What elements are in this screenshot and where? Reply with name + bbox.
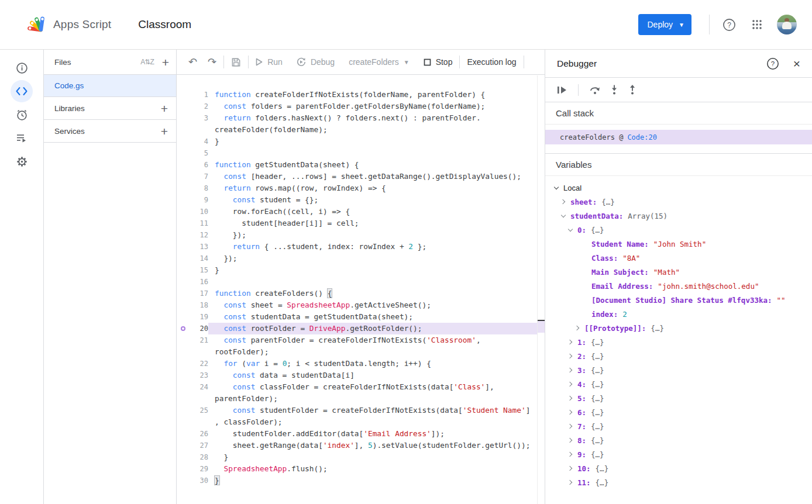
code-line-30[interactable]: 30} — [177, 475, 545, 486]
code-line-12[interactable]: 12 }); — [177, 229, 545, 241]
frame-location-link[interactable]: Code:20 — [627, 133, 657, 141]
line-gutter[interactable]: 26 — [177, 428, 208, 440]
variable-row[interactable]: [[Prototype]]:{…} — [545, 321, 812, 335]
line-gutter[interactable]: 19 — [177, 311, 208, 323]
code-line-5[interactable]: 5 — [177, 147, 545, 159]
line-gutter[interactable]: 25 — [177, 405, 208, 416]
deploy-button[interactable]: Deploy ▼ — [638, 14, 692, 35]
chevron-right-icon[interactable] — [567, 381, 574, 387]
variable-row[interactable]: 8:{…} — [545, 433, 812, 447]
code-line-11[interactable]: 11 student[header[i]] = cell; — [177, 218, 545, 229]
variable-row[interactable]: 10:{…} — [545, 461, 812, 475]
editor-icon[interactable] — [11, 80, 33, 102]
variable-row[interactable]: studentData:Array(15) — [545, 209, 812, 223]
execution-log-button[interactable]: Execution log — [467, 57, 516, 67]
line-gutter[interactable]: 8 — [177, 182, 208, 194]
chevron-right-icon[interactable] — [567, 395, 574, 401]
apps-grid-icon[interactable] — [751, 19, 763, 30]
line-gutter[interactable]: 30 — [177, 475, 208, 486]
line-gutter[interactable]: 7 — [177, 171, 208, 182]
variable-row[interactable]: 4:{…} — [545, 377, 812, 391]
code-line-14[interactable]: 14 }); — [177, 253, 545, 264]
code-line-17[interactable]: 17function createFolders() { — [177, 288, 545, 299]
chevron-right-icon[interactable] — [567, 339, 574, 345]
call-stack-frame[interactable]: createFolders @ Code:20 — [545, 130, 812, 144]
code-line-19[interactable]: 19 const studentData = getStudentData(sh… — [177, 311, 545, 323]
line-gutter[interactable]: 20 — [177, 323, 208, 334]
function-selector[interactable]: createFolders ▼ — [349, 57, 410, 67]
variable-row[interactable]: sheet:{…} — [545, 195, 812, 209]
editor-scrollbar[interactable] — [537, 75, 545, 504]
line-gutter[interactable]: 27 — [177, 440, 208, 451]
code-line-23[interactable]: 23 const data = studentData[i] — [177, 370, 545, 381]
line-gutter[interactable]: 15 — [177, 264, 208, 276]
add-file-button[interactable]: + — [162, 56, 169, 68]
debugger-help-icon[interactable]: ? — [766, 57, 779, 70]
chevron-down-icon[interactable] — [553, 185, 560, 191]
chevron-right-icon[interactable] — [567, 437, 574, 443]
line-gutter[interactable]: 4 — [177, 136, 208, 147]
code-line-13[interactable]: 13 return { ...student, index: rowIndex … — [177, 241, 545, 253]
resume-icon[interactable] — [557, 86, 567, 94]
undo-button[interactable]: ↶ — [188, 57, 197, 67]
variable-row[interactable]: 2:{…} — [545, 349, 812, 363]
code-line-8[interactable]: 8 return rows.map((row, rowIndex) => { — [177, 182, 545, 194]
line-gutter[interactable]: 13 — [177, 241, 208, 253]
code-area[interactable]: 1function createFolderIfNotExists(folder… — [177, 75, 545, 486]
redo-button[interactable]: ↷ — [208, 57, 216, 67]
code-line-6[interactable]: 6function getStudentData(sheet) { — [177, 159, 545, 171]
chevron-right-icon[interactable] — [567, 451, 574, 457]
line-gutter[interactable]: 22 — [177, 358, 208, 370]
step-over-icon[interactable] — [590, 85, 600, 95]
run-button[interactable]: Run — [256, 57, 283, 67]
code-line-26[interactable]: 26 studentFolder.addEditor(data['Email A… — [177, 428, 545, 440]
line-gutter[interactable]: 16 — [177, 276, 208, 288]
step-into-icon[interactable] — [610, 85, 618, 95]
stop-button[interactable]: Stop — [424, 57, 453, 67]
code-line-wrap[interactable]: , classFolder); — [177, 416, 545, 428]
chevron-right-icon[interactable] — [567, 465, 574, 471]
line-gutter[interactable]: 2 — [177, 101, 208, 112]
save-button[interactable] — [231, 57, 241, 67]
line-gutter[interactable]: 14 — [177, 253, 208, 264]
line-gutter[interactable]: 11 — [177, 218, 208, 229]
code-line-28[interactable]: 28 } — [177, 451, 545, 463]
chevron-right-icon[interactable] — [574, 325, 582, 331]
chevron-right-icon[interactable] — [567, 367, 574, 373]
code-line-wrap[interactable]: rootFolder); — [177, 346, 545, 358]
line-gutter[interactable] — [177, 346, 208, 358]
add-library-button[interactable]: + — [161, 102, 168, 115]
line-gutter[interactable]: 17 — [177, 288, 208, 299]
code-line-29[interactable]: 29 SpreadsheetApp.flush(); — [177, 463, 545, 475]
code-line-22[interactable]: 22 for (var i = 0; i < studentData.lengt… — [177, 358, 545, 370]
variable-row[interactable]: 0:{…} — [545, 223, 812, 237]
sort-az-icon[interactable]: A⇅Z — [140, 58, 153, 66]
variable-row[interactable]: 5:{…} — [545, 391, 812, 405]
code-line-24[interactable]: 24 const classFolder = createFolderIfNot… — [177, 381, 545, 393]
line-gutter[interactable]: 29 — [177, 463, 208, 475]
variable-row[interactable]: 7:{…} — [545, 419, 812, 433]
close-icon[interactable]: × — [793, 57, 800, 71]
line-gutter[interactable]: 10 — [177, 206, 208, 218]
file-item-code-gs[interactable]: Code.gs — [44, 75, 176, 97]
line-gutter[interactable]: 23 — [177, 370, 208, 381]
code-line-27[interactable]: 27 sheet.getRange(data['index'], 5).setV… — [177, 440, 545, 451]
chevron-right-icon[interactable] — [560, 199, 567, 205]
code-line-16[interactable]: 16 — [177, 276, 545, 288]
scope-row-local[interactable]: Local — [545, 181, 812, 195]
line-gutter[interactable]: 12 — [177, 229, 208, 241]
code-line-10[interactable]: 10 row.forEach((cell, i) => { — [177, 206, 545, 218]
line-gutter[interactable] — [177, 416, 208, 428]
step-out-icon[interactable] — [628, 85, 636, 95]
chevron-right-icon[interactable] — [567, 353, 574, 359]
help-icon[interactable]: ? — [722, 18, 736, 32]
code-line-9[interactable]: 9 const student = {}; — [177, 194, 545, 206]
add-service-button[interactable]: + — [161, 125, 168, 137]
code-line-2[interactable]: 2 const folders = parentFolder.getFolder… — [177, 101, 545, 112]
code-line-wrap[interactable]: parentFolder); — [177, 393, 545, 405]
avatar[interactable] — [777, 15, 797, 34]
code-line-21[interactable]: 21 const parentFolder = createFolderIfNo… — [177, 334, 545, 346]
line-gutter[interactable]: 6 — [177, 159, 208, 171]
code-line-7[interactable]: 7 const [header, ...rows] = sheet.getDat… — [177, 171, 545, 182]
settings-icon[interactable] — [10, 150, 33, 173]
